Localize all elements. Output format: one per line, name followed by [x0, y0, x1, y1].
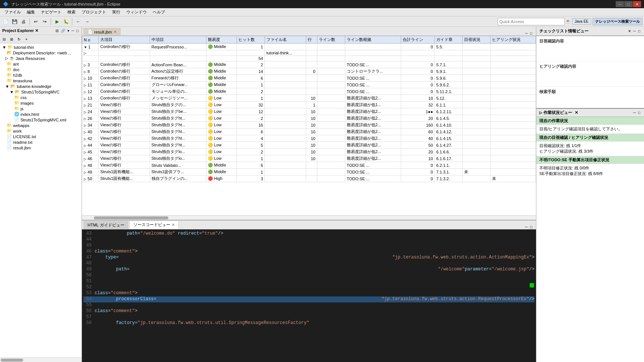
expand-icon[interactable]: ▷ [84, 157, 86, 161]
tree-item-css[interactable]: 📁 css [1, 95, 81, 100]
table-row[interactable]: ▷ 21Viewの移行Struts独自タグの...🟡 Low321難易度詳細が低… [82, 102, 536, 108]
menu-window[interactable]: ウィンドウ [123, 9, 150, 16]
table-row[interactable]: ▷ tutorial-think... [82, 50, 536, 56]
tree-item-tubame-knowledge[interactable]: ▼ 📂 tubame-knowledge [1, 83, 81, 89]
knowledge-perspective[interactable]: ナレッジベース検索ツール [593, 18, 643, 25]
tree-item-struts-xml[interactable]: 📄 Struts1ToSpringMVC.xml [1, 117, 81, 123]
table-row[interactable]: ▷ 45Viewの移行Struts独自タグlo...🟡 Low210難易度詳細が… [82, 149, 536, 155]
result-hscroll[interactable] [82, 215, 536, 220]
table-row[interactable]: ▷ 49Struts1固有機能...Struts1提供プラ...🟢 Middle… [82, 169, 536, 175]
tree-item-readme[interactable]: 📄 readme.txt [1, 139, 81, 145]
save-button[interactable]: 💾 [10, 18, 19, 26]
ws-max-button[interactable]: □ [637, 111, 641, 115]
undo-button[interactable]: ↩ [32, 18, 40, 26]
checklist-min-button[interactable]: ─ [632, 29, 637, 33]
redo-button[interactable]: ↪ [41, 18, 49, 26]
pe-sync-button[interactable]: ↻ [16, 36, 22, 42]
tree-item-java-resources[interactable]: ▷ ☕ Java Resources [1, 55, 81, 61]
tree-item-license[interactable]: 📄 LICENSE.txt [1, 134, 81, 139]
tree-item-struts1tospring[interactable]: ▼ 📂 Struts1ToSpringMVC [1, 89, 81, 95]
pe-filter-button[interactable]: ⊞ [8, 36, 15, 42]
checklist-close-button[interactable]: ✕ [627, 29, 632, 33]
expand-icon[interactable]: ▷ [84, 130, 86, 134]
table-row[interactable]: ▷ 34Viewの移行Struts独自タグht...🟡 Low1610難易度詳細… [82, 122, 536, 128]
source-code-tab[interactable]: ソースコードビュー ✕ [129, 220, 179, 229]
expand-icon[interactable]: ▼ [84, 45, 87, 49]
table-row[interactable]: ▷ 48Viewの移行Struts Validato...🟢 Middle6TO… [82, 162, 536, 169]
menu-search[interactable]: 検索 [64, 9, 79, 16]
tree-item-doc[interactable]: 📁 doc [1, 67, 81, 72]
minimize-code-button[interactable]: ─ [524, 225, 529, 229]
table-row[interactable]: ▷ 12Controllerの移行モジュール単位の...🟢 Middle2TOD… [82, 88, 536, 95]
forward-button[interactable]: → [83, 18, 91, 26]
print-button[interactable]: 🖨 [19, 18, 28, 26]
expand-icon[interactable]: ▷ [84, 51, 86, 55]
maximize-button[interactable]: □ [624, 1, 632, 7]
tab-close-button[interactable]: ✕ [114, 30, 117, 34]
expand-icon[interactable]: ▷ [84, 90, 86, 94]
pe-new-button[interactable]: + [23, 36, 30, 42]
expand-icon[interactable]: ▷ [84, 164, 86, 168]
table-row[interactable]: ▷ 3Controllerの移行ActionForm Bean...🟢 Midd… [82, 61, 536, 68]
expand-icon[interactable]: ▷ [84, 150, 86, 154]
code-content[interactable]: 43 path="/welcome.do" redirect="true"/>4… [82, 229, 536, 362]
tree-item-webapps[interactable]: 📁 webapps [1, 123, 81, 128]
tree-item-terasoluna[interactable]: 📁 terasoluna [1, 78, 81, 83]
minimize-button[interactable]: ─ [616, 1, 624, 7]
tree-item-tutorial-thin[interactable]: ▼ 📁 tutorial-thin [1, 44, 81, 50]
tree-item-ant[interactable]: 📁 ant [1, 61, 81, 67]
minimize-panel-button[interactable]: ─ [71, 29, 75, 33]
minimize-result-button[interactable]: ─ [524, 31, 529, 35]
menu-run[interactable]: 実行 [109, 9, 123, 16]
ws-min-button[interactable]: ─ [632, 111, 637, 115]
run-button[interactable]: ▶ [53, 18, 61, 26]
source-tab-close[interactable]: ✕ [172, 223, 175, 227]
tree-item-js[interactable]: 📁 js [1, 106, 81, 111]
pe-collapse-button[interactable]: ⊟ [1, 36, 7, 42]
table-row[interactable]: ▷ 13Controllerの移行メッセージリソー...🟡 Low110難易度詳… [82, 95, 536, 102]
work-status-tab-close[interactable]: ✕ [575, 110, 578, 115]
table-row[interactable]: ▷ 10Controllerの移行Forwardの移行🟢 Middle6TODO… [82, 75, 536, 82]
expand-icon[interactable]: ▷ [84, 70, 86, 74]
expand-icon[interactable]: ▷ [84, 177, 86, 181]
tree-item-images[interactable]: 📁 images [1, 100, 81, 106]
tree-item-result-jbm[interactable]: 📄 result.jbm [1, 145, 81, 150]
tree-item-deployment[interactable]: 📂 Deployment Descriptor: <web ... [1, 50, 81, 55]
java-ee-perspective[interactable]: Java EE [572, 18, 591, 25]
expand-icon[interactable]: ▷ [84, 104, 86, 107]
menu-edit[interactable]: 編集 [24, 9, 38, 16]
new-button[interactable]: 📄 [1, 18, 10, 26]
explorer-hscroll[interactable] [0, 358, 82, 362]
tree-item-work[interactable]: 📁 work [1, 128, 81, 134]
expand-icon[interactable]: ▷ [84, 97, 86, 101]
html-guide-tab[interactable]: HTML ガイドビュー [83, 221, 129, 229]
expand-icon[interactable]: ▷ [84, 144, 86, 147]
table-row[interactable]: ▷ 8Controllerの移行Actionの設定移行🟢 Middle140コン… [82, 68, 536, 75]
result-table-container[interactable]: N o 大項目 中項目 難易度 ヒット数 ファイル名 行 ライン数 ライン数根拠 [82, 36, 536, 215]
expand-icon[interactable]: ▷ [84, 117, 86, 121]
menu-file[interactable]: ファイル [1, 9, 24, 16]
menu-navigate[interactable]: ナビゲート [38, 9, 64, 16]
table-row[interactable]: 54 [82, 56, 536, 61]
expand-icon[interactable]: ▷ [84, 110, 86, 114]
table-row[interactable]: ▷ 44Viewの移行Struts独自タグht...🟡 Low510難易度詳細が… [82, 142, 536, 149]
expand-icon[interactable]: ▷ [84, 77, 86, 80]
expand-icon[interactable]: ▷ [84, 83, 86, 87]
expand-icon[interactable]: ▷ [84, 171, 86, 174]
table-row[interactable]: ▷ 26Viewの移行Struts独自タグht...🟡 Low210難易度詳細が… [82, 115, 536, 122]
table-row[interactable]: ▷ 40Viewの移行Struts独自タグht...🟡 Low610難易度詳細が… [82, 128, 536, 135]
table-row[interactable]: ▷ 46Viewの移行Struts独自タグlo...🟡 Low110難易度詳細が… [82, 155, 536, 162]
table-row[interactable]: ▷ 50Struts1固有機能...独自プラグインの...🔴 High3TODO… [82, 175, 536, 182]
maximize-result-button[interactable]: □ [529, 31, 533, 35]
tree-item-index-html[interactable]: 🌐 index.html [1, 111, 81, 117]
link-editor-button[interactable]: 🔗 [60, 29, 66, 33]
table-row[interactable]: ▷ 42Viewの移行Struts独自タグht...🟡 Low410難易度詳細が… [82, 135, 536, 142]
expand-icon[interactable]: ▷ [84, 63, 86, 67]
collapse-all-button[interactable]: ⊟ [55, 29, 59, 33]
checklist-max-button[interactable]: □ [637, 29, 641, 33]
maximize-panel-button[interactable]: □ [76, 29, 79, 33]
hscroll-thumb[interactable] [1, 359, 23, 362]
debug-button[interactable]: 🐛 [62, 18, 70, 26]
quick-access-input[interactable] [498, 18, 565, 25]
view-menu-button[interactable]: ▾ [67, 29, 70, 33]
